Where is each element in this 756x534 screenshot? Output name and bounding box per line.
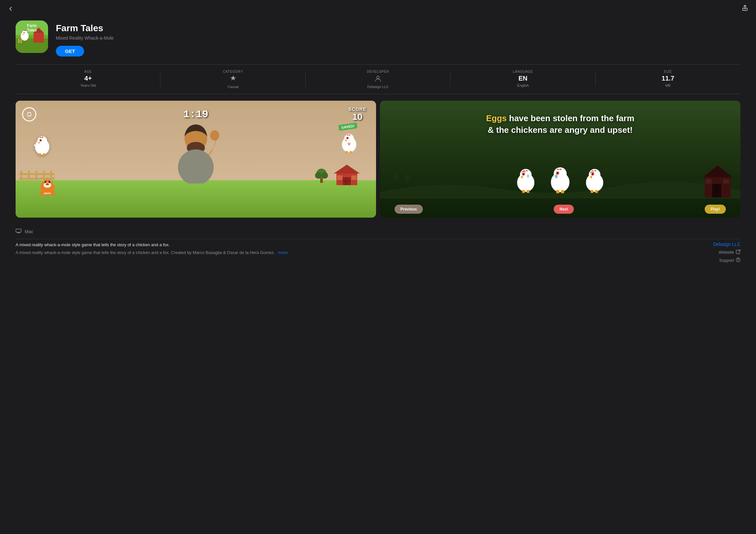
app-subtitle: Mixed Reality Whack-a-Mole xyxy=(56,35,114,41)
svg-point-83 xyxy=(523,174,524,175)
story-title: Eggs have been stolen from the farm & th… xyxy=(380,112,741,136)
metadata-developer: DEVELOPER Delasign LLC xyxy=(306,70,450,89)
svg-rect-35 xyxy=(350,151,352,153)
developer-label: DEVELOPER xyxy=(367,70,389,73)
next-button[interactable]: Next xyxy=(554,205,574,214)
svg-rect-7 xyxy=(21,39,22,43)
app-info: Farm Tales Mixed Reality Whack-a-Mole GE… xyxy=(56,20,114,57)
language-label: LANGUAGE xyxy=(513,70,533,73)
get-button[interactable]: GET xyxy=(56,46,84,57)
svg-text:Farm: Farm xyxy=(27,23,36,28)
age-label: AGE xyxy=(84,70,92,73)
svg-rect-86 xyxy=(527,190,529,193)
svg-point-99 xyxy=(592,174,593,175)
screenshots-row: 1:19 SCORE 10 xyxy=(0,94,756,224)
chickens-row xyxy=(380,164,741,193)
svg-rect-50 xyxy=(28,171,30,182)
svg-rect-62 xyxy=(351,175,357,180)
screenshot-1[interactable]: 1:19 SCORE 10 xyxy=(15,101,376,218)
language-sub: English xyxy=(517,83,529,87)
category-icon xyxy=(230,75,237,83)
size-sub: MB xyxy=(665,83,671,87)
description-row: A mixed reality whack-a-mole style game … xyxy=(0,239,756,271)
svg-point-32 xyxy=(347,138,348,139)
back-button[interactable] xyxy=(8,6,14,12)
svg-rect-85 xyxy=(522,190,525,193)
score-label: SCORE xyxy=(348,106,366,112)
developer-icon xyxy=(374,75,382,83)
website-label: Website xyxy=(719,250,734,255)
svg-rect-101 xyxy=(591,190,593,193)
svg-point-25 xyxy=(40,140,41,141)
description-text2: A mixed reality whack-a-mole style game … xyxy=(15,250,275,255)
score-value: 10 xyxy=(348,112,366,122)
category-value: Casual xyxy=(227,85,238,89)
screenshot-2[interactable]: Eggs have been stolen from the farm & th… xyxy=(380,101,741,218)
svg-rect-103 xyxy=(16,229,21,232)
mac-icon xyxy=(15,228,21,235)
previous-button[interactable]: Previous xyxy=(394,205,423,214)
description-line1: A mixed reality whack-a-mole style game … xyxy=(15,242,559,248)
svg-rect-94 xyxy=(556,190,559,193)
svg-text:&$!#%: &$!#% xyxy=(44,192,51,195)
size-value: 11.7 xyxy=(662,75,674,82)
svg-rect-54 xyxy=(19,173,55,175)
svg-rect-4 xyxy=(34,33,44,42)
trees xyxy=(315,167,328,185)
description-line2: A mixed reality whack-a-mole style game … xyxy=(15,249,559,256)
support-link[interactable]: Support xyxy=(719,258,741,263)
developer-link[interactable]: Delasign LLC xyxy=(713,242,741,247)
angry-chicken-left xyxy=(514,166,538,193)
highlight-word: Eggs xyxy=(486,113,507,123)
app-title: Farm Tales xyxy=(56,23,114,34)
metadata-row: AGE 4+ Years Old CATEGORY Casual DEVELOP… xyxy=(0,65,756,94)
website-link[interactable]: Website xyxy=(719,249,741,255)
svg-rect-27 xyxy=(39,153,41,155)
svg-text:Tales: Tales xyxy=(27,28,37,33)
svg-point-17 xyxy=(377,76,379,79)
svg-rect-9 xyxy=(18,42,22,42)
svg-rect-49 xyxy=(20,171,22,182)
svg-point-81 xyxy=(520,169,531,181)
description-left: A mixed reality whack-a-mole style game … xyxy=(15,242,559,263)
svg-point-105 xyxy=(738,261,738,261)
metadata-language: LANGUAGE EN English xyxy=(450,70,595,89)
title-rest: have been stolen from the farm xyxy=(509,113,634,123)
top-bar xyxy=(0,0,756,17)
question-icon xyxy=(736,258,741,263)
svg-rect-95 xyxy=(561,190,564,193)
app-header: Farm Tales Farm Tales Mixed Reality Whac… xyxy=(0,17,756,64)
svg-point-65 xyxy=(315,172,321,179)
person-silhouette xyxy=(170,119,222,185)
saved-badge: SAVED! xyxy=(338,123,358,131)
svg-point-93 xyxy=(555,174,557,178)
svg-rect-102 xyxy=(595,190,598,193)
navigation-buttons: Previous Next Play! xyxy=(380,205,741,214)
metadata-age: AGE 4+ Years Old xyxy=(15,70,160,89)
title-line2: & the chickens are angry and upset! xyxy=(391,124,729,136)
language-value: EN xyxy=(519,75,528,82)
svg-rect-6 xyxy=(18,39,19,43)
share-button[interactable] xyxy=(742,5,748,13)
developer-value: Delasign LLC xyxy=(367,85,389,89)
saved-chicken: SAVED! xyxy=(339,124,360,157)
external-link-icon xyxy=(736,249,741,255)
platform-row: Mac xyxy=(0,224,756,239)
svg-rect-60 xyxy=(343,181,351,182)
svg-rect-34 xyxy=(346,151,348,153)
score-display: SCORE 10 xyxy=(348,106,366,122)
age-value: 4+ xyxy=(84,75,92,82)
metadata-size: SIZE 11.7 MB xyxy=(596,70,741,89)
svg-rect-28 xyxy=(43,153,45,155)
category-label: CATEGORY xyxy=(223,70,243,73)
svg-rect-52 xyxy=(43,171,45,182)
svg-point-20 xyxy=(178,150,214,183)
more-button[interactable]: more xyxy=(278,250,288,255)
play-button[interactable]: Play! xyxy=(705,205,726,214)
svg-point-16 xyxy=(232,77,234,79)
replay-button[interactable] xyxy=(22,107,36,122)
svg-rect-61 xyxy=(337,175,342,180)
barn-1 xyxy=(334,163,360,187)
fence xyxy=(19,171,58,185)
svg-rect-53 xyxy=(50,171,52,182)
